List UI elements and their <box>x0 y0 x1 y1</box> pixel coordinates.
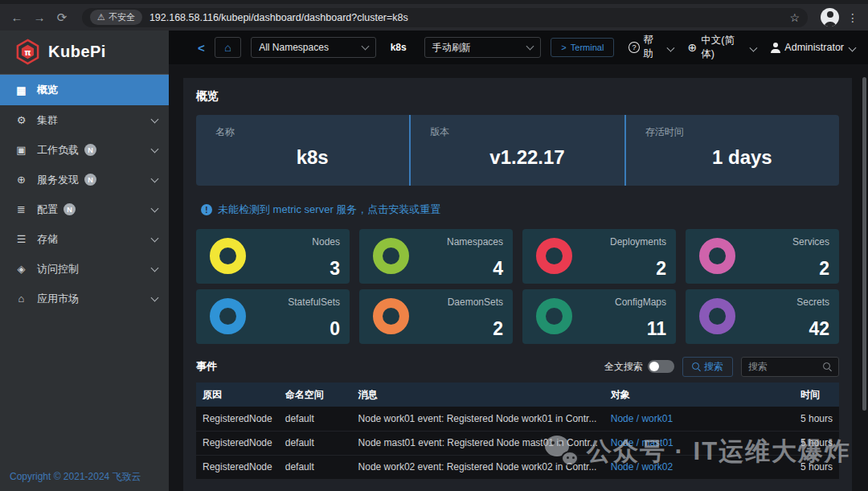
summary-label: 名称 <box>215 125 409 139</box>
home-icon: ⌂ <box>224 41 231 54</box>
globe-icon: ⊕ <box>14 174 28 186</box>
search-button[interactable]: 搜索 <box>682 357 733 377</box>
browser-forward-icon[interactable]: → <box>32 10 47 24</box>
search-input-icon <box>823 362 832 371</box>
stat-value: 11 <box>647 318 666 340</box>
vertical-scrollbar[interactable] <box>862 77 866 411</box>
events-controls: 全文搜索 搜索 <box>604 357 839 377</box>
chevron-down-icon <box>151 293 159 301</box>
search-icon <box>692 362 701 371</box>
stat-label: ConfigMaps <box>615 297 666 308</box>
main-area: < ⌂ All Namespaces k8s 手动刷新 > Terminal ? <box>169 31 868 491</box>
stat-card-configmaps[interactable]: ConfigMaps 11 <box>522 289 676 344</box>
column-header-object: 对象 <box>604 383 794 407</box>
cell-message: Node work01 event: Registered Node work0… <box>352 407 604 431</box>
security-chip[interactable]: ⚠ 不安全 <box>90 10 142 25</box>
events-table: 原因 命名空间 消息 对象 时间 RegisteredNode default … <box>196 383 839 480</box>
overview-icon: ▦ <box>14 84 28 96</box>
browser-reload-icon[interactable]: ⟳ <box>55 10 69 25</box>
stat-label: Deployments <box>610 236 666 248</box>
shield-icon: ◈ <box>14 263 28 275</box>
sidebar-item-label: 集群 <box>37 113 58 128</box>
app-shell: π KubePi ▦ 概览 ⚙ 集群 ▣ 工作负载 N ⊕ 服务发现 N ≣ <box>0 31 868 491</box>
bookmark-star-icon[interactable]: ☆ <box>789 11 800 24</box>
sidebar-item-app-market[interactable]: ⌂ 应用市场 <box>0 284 169 313</box>
summary-label: 存活时间 <box>645 125 839 139</box>
donut-ring-icon <box>699 238 735 274</box>
stat-label: Namespaces <box>447 236 503 248</box>
summary-value: k8s <box>215 146 409 169</box>
object-link[interactable]: Node / work02 <box>611 461 673 473</box>
sidebar-item-label: 访问控制 <box>37 262 79 276</box>
sidebar-item-label: 概览 <box>37 83 58 97</box>
overview-panel: 概览 名称 k8s 版本 v1.22.17 存活时间 1 days ! 未能检测… <box>183 78 852 491</box>
cell-message: Node work02 event: Registered Node work0… <box>352 455 604 479</box>
fulltext-search-label: 全文搜索 <box>604 360 643 374</box>
sidebar-item-service-discovery[interactable]: ⊕ 服务发现 N <box>0 165 169 194</box>
language-globe-icon: ⊕ <box>688 42 698 53</box>
sidebar-item-access-control[interactable]: ◈ 访问控制 <box>0 254 169 284</box>
stat-card-daemonsets[interactable]: DaemonSets 2 <box>359 289 513 344</box>
events-table-header-row: 原因 命名空间 消息 对象 时间 <box>196 383 839 407</box>
home-button[interactable]: ⌂ <box>215 37 241 58</box>
stat-value: 2 <box>819 258 829 280</box>
fulltext-search-toggle[interactable] <box>648 360 674 373</box>
sidebar-item-workloads[interactable]: ▣ 工作负载 N <box>0 135 169 165</box>
cell-reason: RegisteredNode <box>196 455 279 479</box>
metric-server-warning[interactable]: ! 未能检测到 metric server 服务，点击安装或重置 <box>201 203 839 217</box>
stat-card-deployments[interactable]: Deployments 2 <box>522 229 676 284</box>
stat-label: StatefulSets <box>288 297 340 308</box>
browser-back-icon[interactable]: ← <box>10 10 24 24</box>
sidebar-item-config[interactable]: ≣ 配置 N <box>0 194 169 224</box>
stat-card-nodes[interactable]: Nodes 3 <box>196 229 350 284</box>
chevron-down-icon <box>666 43 674 51</box>
stat-card-services[interactable]: Services 2 <box>686 229 839 284</box>
cell-namespace: default <box>279 455 352 479</box>
collapse-sidebar-icon[interactable]: < <box>198 41 205 55</box>
sidebar-item-cluster[interactable]: ⚙ 集群 <box>0 105 169 135</box>
sidebar-item-overview[interactable]: ▦ 概览 <box>0 75 169 105</box>
user-menu[interactable]: Administrator <box>770 42 855 53</box>
page-title: 概览 <box>196 89 839 104</box>
chevron-down-icon <box>151 234 159 242</box>
stat-label: Services <box>792 236 829 248</box>
config-file-icon: ≣ <box>14 203 28 215</box>
terminal-button[interactable]: > Terminal <box>551 38 614 57</box>
sidebar-item-label: 应用市场 <box>37 292 79 306</box>
stat-value: 2 <box>493 318 503 340</box>
address-bar[interactable]: ⚠ 不安全 192.168.58.116/kubepi/dashboard/da… <box>82 8 808 27</box>
terminal-prompt-icon: > <box>561 43 566 52</box>
sidebar-item-storage[interactable]: ☰ 存储 <box>0 224 169 254</box>
stat-card-statefulsets[interactable]: StatefulSets 0 <box>196 289 350 344</box>
url-text[interactable]: 192.168.58.116/kubepi/dashboard/dashboar… <box>149 12 790 23</box>
object-link[interactable]: Node / work01 <box>611 413 673 424</box>
database-icon: ☰ <box>14 233 28 245</box>
namespace-select[interactable]: All Namespaces <box>251 37 375 58</box>
chevron-down-icon <box>849 43 857 51</box>
store-icon: ⌂ <box>14 293 28 305</box>
language-menu[interactable]: ⊕ 中文(简体) <box>688 34 756 61</box>
browser-menu-icon[interactable]: ⋮ <box>847 11 858 24</box>
new-badge: N <box>63 203 76 215</box>
cell-reason: RegisteredNode <box>196 407 279 431</box>
stat-card-secrets[interactable]: Secrets 42 <box>686 289 839 344</box>
stat-value: 2 <box>656 258 666 280</box>
help-menu[interactable]: ? 帮助 <box>628 34 673 61</box>
chevron-down-icon <box>749 43 757 51</box>
cell-reason: RegisteredNode <box>196 431 279 455</box>
metric-server-warning-link[interactable]: 未能检测到 metric server 服务，点击安装或重置 <box>218 203 440 217</box>
stat-value: 42 <box>809 318 829 340</box>
search-input[interactable] <box>748 361 823 372</box>
summary-version-section: 版本 v1.22.17 <box>409 115 624 186</box>
browser-profile-avatar[interactable] <box>821 8 839 27</box>
kubepi-logo: π KubePi <box>0 31 169 72</box>
stat-card-namespaces[interactable]: Namespaces 4 <box>359 229 513 284</box>
stat-value: 4 <box>493 258 503 280</box>
refresh-mode-select[interactable]: 手动刷新 <box>424 37 542 58</box>
sidebar: π KubePi ▦ 概览 ⚙ 集群 ▣ 工作负载 N ⊕ 服务发现 N ≣ <box>0 31 169 491</box>
summary-name-section: 名称 k8s <box>196 115 409 186</box>
chevron-down-icon <box>151 204 159 212</box>
object-link[interactable]: Node / mast01 <box>611 437 674 448</box>
cell-namespace: default <box>279 431 352 455</box>
terminal-label: Terminal <box>571 43 604 52</box>
